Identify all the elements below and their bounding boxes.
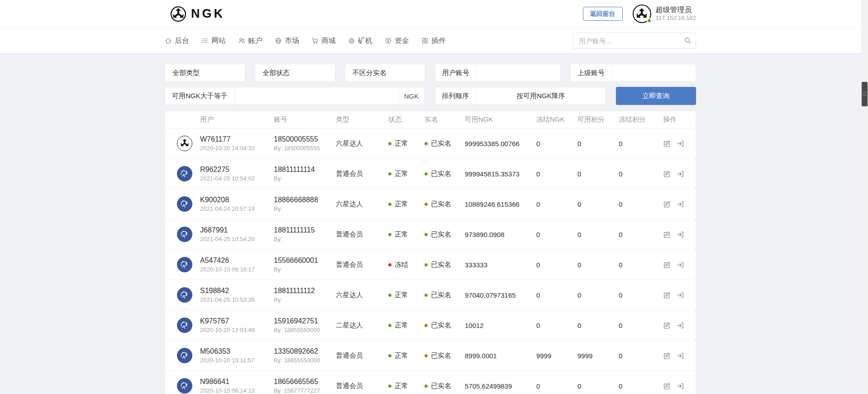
edit-icon[interactable]	[663, 200, 671, 208]
frozen-points: 0	[619, 170, 663, 178]
frozen-ngk: 9999	[536, 352, 577, 360]
scrollbar-track[interactable]	[861, 0, 868, 394]
admin-block[interactable]: 超级管理员 117.152.16.182	[633, 5, 696, 23]
user-account-label: 用户账号	[435, 64, 477, 81]
search-input[interactable]	[573, 33, 696, 49]
column-header: 实名	[424, 115, 465, 124]
login-as-icon[interactable]	[677, 322, 684, 329]
available-ngk: 10012	[465, 322, 536, 329]
edit-icon[interactable]	[663, 231, 671, 238]
edit-icon[interactable]	[663, 140, 671, 147]
edit-icon[interactable]	[663, 352, 671, 360]
frozen-ngk: 0	[536, 291, 577, 299]
table-row: S198842 2021-04-25 10:53:35 18811111112 …	[165, 280, 696, 310]
available-ngk: 8999.0001	[465, 352, 536, 360]
nav-item-插件[interactable]: 插件	[421, 36, 446, 46]
frozen-ngk: 0	[536, 200, 577, 208]
login-as-icon[interactable]	[677, 140, 684, 147]
parent-account-input[interactable]	[612, 64, 696, 81]
realname-badge: 已实名	[424, 351, 465, 360]
username: J687991	[200, 226, 270, 234]
order-select[interactable]: 按可用NGK降序	[477, 92, 606, 100]
status-badge: 正常	[388, 382, 424, 390]
status-badge: 正常	[388, 321, 424, 330]
users-icon	[238, 37, 245, 44]
username: M506353	[200, 347, 270, 356]
ngk-min-input[interactable]	[235, 87, 398, 104]
account-number: 18866668888	[274, 196, 332, 204]
scrollbar-thumb[interactable]	[862, 82, 868, 106]
type-select[interactable]: 全部类型	[165, 64, 245, 82]
user-account-input[interactable]	[477, 64, 560, 81]
admin-ip: 117.152.16.182	[656, 14, 696, 22]
nav-item-资金[interactable]: 资金	[385, 36, 409, 46]
login-as-icon[interactable]	[677, 291, 684, 299]
user-account-group: 用户账号	[435, 64, 561, 82]
status-select[interactable]: 全部状态	[255, 64, 335, 82]
nav-item-市场[interactable]: 市场	[275, 36, 299, 46]
user-avatar	[177, 287, 192, 303]
available-points: 0	[577, 261, 619, 269]
status-badge: 正常	[388, 351, 424, 360]
column-header: 冻结积分	[619, 115, 663, 124]
column-header: 可用NGK	[465, 115, 536, 124]
edit-icon[interactable]	[663, 261, 671, 269]
register-date: 2020-10-20 12:03:49	[200, 327, 270, 333]
login-as-icon[interactable]	[677, 261, 684, 269]
account-number: 18656665565	[274, 378, 332, 386]
status-badge: 正常	[388, 139, 424, 148]
edit-icon[interactable]	[663, 291, 671, 299]
frozen-ngk: 0	[536, 140, 577, 147]
username: R962275	[200, 166, 270, 174]
available-points: 0	[577, 140, 619, 147]
status-badge: 正常	[388, 230, 424, 239]
cart-icon	[311, 37, 319, 44]
table-row: W761177 2020-10-20 14:04:32 18500005555 …	[165, 128, 696, 159]
login-as-icon[interactable]	[677, 352, 684, 360]
coin-icon	[385, 37, 392, 44]
back-to-front-button[interactable]: 返回前台	[583, 7, 623, 21]
login-as-icon[interactable]	[677, 200, 684, 208]
realname-badge: 已实名	[424, 230, 465, 239]
nav-item-后台[interactable]: 后台	[165, 36, 189, 46]
account-number: 13350892662	[274, 347, 332, 356]
search-icon[interactable]	[684, 37, 692, 46]
username: W761177	[200, 135, 270, 143]
frozen-ngk: 0	[536, 231, 577, 238]
table-row: R962275 2021-04-25 10:54:02 18811111114 …	[165, 159, 696, 189]
realname-badge: 已实名	[424, 200, 465, 209]
frozen-points: 0	[619, 231, 663, 238]
column-header: 可用积分	[577, 115, 619, 124]
account-number: 18811111115	[274, 226, 332, 234]
realname-badge: 已实名	[424, 291, 465, 299]
edit-icon[interactable]	[663, 170, 671, 178]
edit-icon[interactable]	[663, 382, 671, 390]
nav-item-账户[interactable]: 账户	[238, 36, 262, 46]
available-points: 0	[577, 200, 619, 208]
realname-badge: 已实名	[424, 382, 465, 390]
frozen-points: 0	[619, 322, 663, 329]
realname-select[interactable]: 不区分实名	[345, 64, 425, 82]
login-as-icon[interactable]	[677, 231, 684, 238]
member-type: 普通会员	[336, 230, 388, 239]
available-points: 0	[577, 322, 619, 329]
login-as-icon[interactable]	[677, 170, 684, 178]
available-ngk: 973890.0908	[465, 231, 536, 238]
available-points: 0	[577, 231, 619, 238]
login-as-icon[interactable]	[677, 382, 684, 390]
ngk-min-group: 可用NGK大于等于 NGK	[165, 87, 424, 105]
realname-badge: 已实名	[424, 261, 465, 269]
table-row: M506353 2020-10-20 15:11:57 13350892662 …	[165, 341, 696, 371]
referrer: By: 18855550000	[274, 357, 332, 364]
available-points: 9999	[577, 352, 619, 360]
nav-item-商城[interactable]: 商城	[311, 36, 336, 46]
edit-icon[interactable]	[663, 322, 671, 329]
username: S198842	[200, 287, 270, 295]
nav-item-网站[interactable]: 网站	[201, 36, 226, 46]
member-type: 六星达人	[336, 291, 388, 299]
query-button[interactable]: 立即查询	[616, 87, 696, 105]
nav-item-矿机[interactable]: 矿机	[348, 36, 372, 46]
user-avatar	[177, 348, 192, 363]
realname-badge: 已实名	[424, 139, 465, 148]
available-points: 0	[577, 382, 619, 390]
